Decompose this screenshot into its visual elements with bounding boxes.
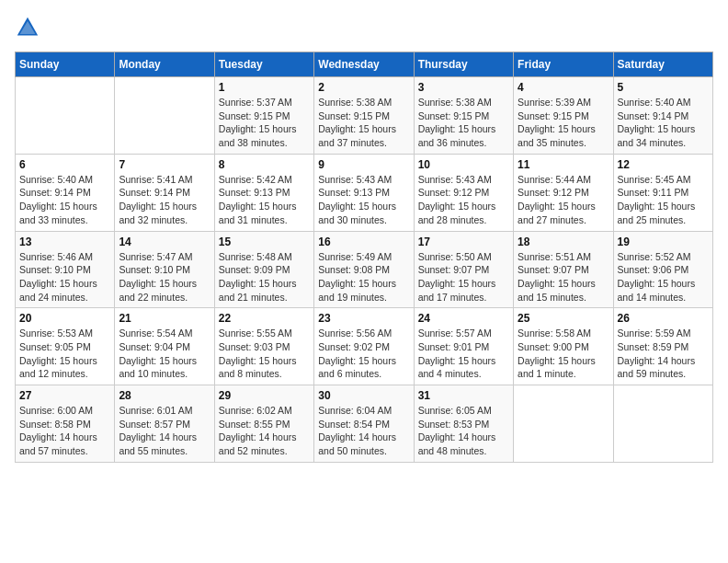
calendar-cell — [514, 385, 613, 463]
weekday-row: SundayMondayTuesdayWednesdayThursdayFrid… — [16, 52, 713, 77]
day-number: 10 — [418, 158, 509, 171]
day-info: Sunrise: 5:55 AM Sunset: 9:03 PM Dayligh… — [219, 327, 310, 381]
day-info: Sunrise: 5:48 AM Sunset: 9:09 PM Dayligh… — [219, 250, 310, 304]
day-info: Sunrise: 5:37 AM Sunset: 9:15 PM Dayligh… — [219, 96, 310, 150]
day-number: 1 — [219, 81, 310, 94]
calendar-cell: 14Sunrise: 5:47 AM Sunset: 9:10 PM Dayli… — [115, 231, 214, 308]
day-number: 29 — [219, 389, 310, 402]
day-number: 20 — [19, 312, 110, 325]
day-info: Sunrise: 6:02 AM Sunset: 8:55 PM Dayligh… — [219, 404, 310, 458]
calendar-cell: 26Sunrise: 5:59 AM Sunset: 8:59 PM Dayli… — [613, 308, 712, 385]
day-info: Sunrise: 5:40 AM Sunset: 9:14 PM Dayligh… — [19, 173, 110, 227]
day-info: Sunrise: 5:41 AM Sunset: 9:14 PM Dayligh… — [119, 173, 210, 227]
day-info: Sunrise: 5:57 AM Sunset: 9:01 PM Dayligh… — [418, 327, 509, 381]
calendar-cell: 12Sunrise: 5:45 AM Sunset: 9:11 PM Dayli… — [613, 154, 712, 231]
page-header — [15, 15, 713, 40]
day-number: 16 — [318, 236, 409, 248]
day-number: 3 — [418, 81, 509, 94]
calendar-cell: 27Sunrise: 6:00 AM Sunset: 8:58 PM Dayli… — [16, 385, 115, 463]
calendar-cell: 13Sunrise: 5:46 AM Sunset: 9:10 PM Dayli… — [16, 231, 115, 308]
day-number: 31 — [418, 389, 509, 402]
day-info: Sunrise: 5:39 AM Sunset: 9:15 PM Dayligh… — [518, 96, 609, 150]
day-number: 24 — [418, 312, 509, 325]
weekday-header-thursday: Thursday — [414, 52, 513, 77]
day-info: Sunrise: 6:04 AM Sunset: 8:54 PM Dayligh… — [318, 404, 409, 458]
day-info: Sunrise: 6:00 AM Sunset: 8:58 PM Dayligh… — [19, 404, 110, 458]
day-info: Sunrise: 5:49 AM Sunset: 9:08 PM Dayligh… — [318, 250, 409, 304]
day-info: Sunrise: 6:01 AM Sunset: 8:57 PM Dayligh… — [119, 404, 210, 458]
day-info: Sunrise: 5:45 AM Sunset: 9:11 PM Dayligh… — [618, 173, 709, 227]
day-info: Sunrise: 5:46 AM Sunset: 9:10 PM Dayligh… — [19, 250, 110, 304]
calendar-week-row: 1Sunrise: 5:37 AM Sunset: 9:15 PM Daylig… — [16, 77, 713, 155]
day-info: Sunrise: 5:43 AM Sunset: 9:12 PM Dayligh… — [418, 173, 509, 227]
day-number: 18 — [518, 236, 609, 248]
weekday-header-wednesday: Wednesday — [314, 52, 414, 77]
calendar-cell — [16, 77, 115, 155]
day-info: Sunrise: 5:56 AM Sunset: 9:02 PM Dayligh… — [318, 327, 409, 381]
weekday-header-sunday: Sunday — [16, 52, 115, 77]
calendar-cell: 8Sunrise: 5:42 AM Sunset: 9:13 PM Daylig… — [214, 154, 313, 231]
calendar-cell: 16Sunrise: 5:49 AM Sunset: 9:08 PM Dayli… — [314, 231, 414, 308]
calendar-cell: 7Sunrise: 5:41 AM Sunset: 9:14 PM Daylig… — [115, 154, 214, 231]
calendar-cell: 5Sunrise: 5:40 AM Sunset: 9:14 PM Daylig… — [613, 77, 712, 155]
calendar-cell: 29Sunrise: 6:02 AM Sunset: 8:55 PM Dayli… — [214, 385, 313, 463]
calendar-cell: 6Sunrise: 5:40 AM Sunset: 9:14 PM Daylig… — [16, 154, 115, 231]
calendar-cell: 31Sunrise: 6:05 AM Sunset: 8:53 PM Dayli… — [414, 385, 513, 463]
weekday-header-saturday: Saturday — [613, 52, 712, 77]
calendar-cell: 24Sunrise: 5:57 AM Sunset: 9:01 PM Dayli… — [414, 308, 513, 385]
day-info: Sunrise: 5:50 AM Sunset: 9:07 PM Dayligh… — [418, 250, 509, 304]
day-number: 17 — [418, 236, 509, 248]
day-info: Sunrise: 5:58 AM Sunset: 9:00 PM Dayligh… — [518, 327, 609, 381]
day-number: 27 — [19, 389, 110, 402]
calendar-cell: 21Sunrise: 5:54 AM Sunset: 9:04 PM Dayli… — [115, 308, 214, 385]
day-info: Sunrise: 5:38 AM Sunset: 9:15 PM Dayligh… — [418, 96, 509, 150]
day-number: 5 — [618, 81, 709, 94]
calendar-cell: 28Sunrise: 6:01 AM Sunset: 8:57 PM Dayli… — [115, 385, 214, 463]
calendar-table: SundayMondayTuesdayWednesdayThursdayFrid… — [15, 52, 713, 463]
day-number: 21 — [119, 312, 210, 325]
calendar-cell: 10Sunrise: 5:43 AM Sunset: 9:12 PM Dayli… — [414, 154, 513, 231]
day-number: 6 — [19, 158, 110, 171]
day-number: 25 — [518, 312, 609, 325]
day-info: Sunrise: 5:40 AM Sunset: 9:14 PM Dayligh… — [618, 96, 709, 150]
calendar-body: 1Sunrise: 5:37 AM Sunset: 9:15 PM Daylig… — [16, 77, 713, 463]
calendar-cell — [115, 77, 214, 155]
calendar-week-row: 6Sunrise: 5:40 AM Sunset: 9:14 PM Daylig… — [16, 154, 713, 231]
day-info: Sunrise: 6:05 AM Sunset: 8:53 PM Dayligh… — [418, 404, 509, 458]
day-info: Sunrise: 5:38 AM Sunset: 9:15 PM Dayligh… — [318, 96, 409, 150]
calendar-week-row: 27Sunrise: 6:00 AM Sunset: 8:58 PM Dayli… — [16, 385, 713, 463]
calendar-header: SundayMondayTuesdayWednesdayThursdayFrid… — [16, 52, 713, 77]
weekday-header-tuesday: Tuesday — [214, 52, 313, 77]
calendar-cell: 18Sunrise: 5:51 AM Sunset: 9:07 PM Dayli… — [514, 231, 613, 308]
calendar-cell: 1Sunrise: 5:37 AM Sunset: 9:15 PM Daylig… — [214, 77, 313, 155]
calendar-cell: 23Sunrise: 5:56 AM Sunset: 9:02 PM Dayli… — [314, 308, 414, 385]
day-number: 23 — [318, 312, 409, 325]
calendar-cell: 4Sunrise: 5:39 AM Sunset: 9:15 PM Daylig… — [514, 77, 613, 155]
day-number: 4 — [518, 81, 609, 94]
calendar-week-row: 20Sunrise: 5:53 AM Sunset: 9:05 PM Dayli… — [16, 308, 713, 385]
calendar-cell: 9Sunrise: 5:43 AM Sunset: 9:13 PM Daylig… — [314, 154, 414, 231]
day-info: Sunrise: 5:47 AM Sunset: 9:10 PM Dayligh… — [119, 250, 210, 304]
weekday-header-friday: Friday — [514, 52, 613, 77]
calendar-week-row: 13Sunrise: 5:46 AM Sunset: 9:10 PM Dayli… — [16, 231, 713, 308]
calendar-cell: 11Sunrise: 5:44 AM Sunset: 9:12 PM Dayli… — [514, 154, 613, 231]
day-number: 22 — [219, 312, 310, 325]
day-number: 14 — [119, 236, 210, 248]
calendar-cell: 20Sunrise: 5:53 AM Sunset: 9:05 PM Dayli… — [16, 308, 115, 385]
day-info: Sunrise: 5:53 AM Sunset: 9:05 PM Dayligh… — [19, 327, 110, 381]
calendar-cell: 25Sunrise: 5:58 AM Sunset: 9:00 PM Dayli… — [514, 308, 613, 385]
logo-icon — [15, 15, 40, 40]
day-number: 15 — [219, 236, 310, 248]
day-info: Sunrise: 5:43 AM Sunset: 9:13 PM Dayligh… — [318, 173, 409, 227]
logo — [15, 15, 44, 40]
day-info: Sunrise: 5:59 AM Sunset: 8:59 PM Dayligh… — [618, 327, 709, 381]
day-info: Sunrise: 5:42 AM Sunset: 9:13 PM Dayligh… — [219, 173, 310, 227]
calendar-cell: 17Sunrise: 5:50 AM Sunset: 9:07 PM Dayli… — [414, 231, 513, 308]
day-number: 12 — [618, 158, 709, 171]
calendar-cell: 19Sunrise: 5:52 AM Sunset: 9:06 PM Dayli… — [613, 231, 712, 308]
day-number: 8 — [219, 158, 310, 171]
day-info: Sunrise: 5:44 AM Sunset: 9:12 PM Dayligh… — [518, 173, 609, 227]
day-number: 19 — [618, 236, 709, 248]
day-info: Sunrise: 5:51 AM Sunset: 9:07 PM Dayligh… — [518, 250, 609, 304]
day-number: 30 — [318, 389, 409, 402]
